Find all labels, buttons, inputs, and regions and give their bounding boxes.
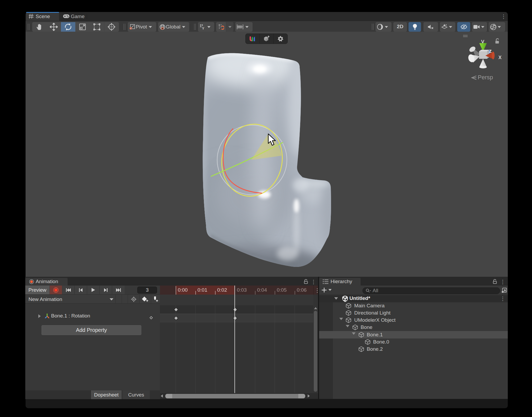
svg-text:Y: Y — [202, 26, 204, 30]
svg-text:z: z — [489, 48, 492, 54]
svg-text:x: x — [498, 53, 502, 60]
